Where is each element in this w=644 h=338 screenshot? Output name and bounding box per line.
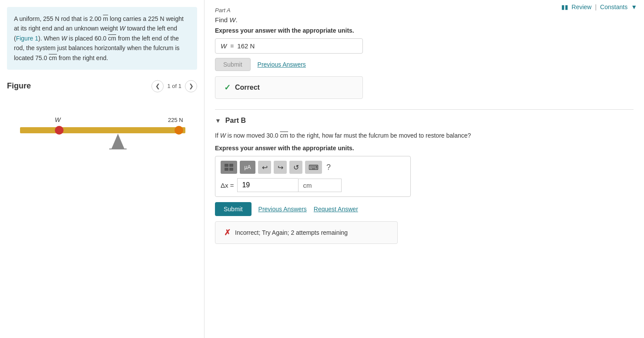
svg-rect-2: [20, 127, 185, 133]
correct-label: Correct: [235, 84, 260, 91]
submit-row-b: Submit Previous Answers Request Answer: [215, 202, 634, 216]
var-label-w: W: [221, 42, 227, 50]
correct-box: ✓ Correct: [215, 76, 363, 99]
right-panel: Part A Find W. Express your answer with …: [205, 0, 644, 338]
eq-sign-a: =: [230, 43, 234, 50]
incorrect-box: ✗ Incorrect; Try Again; 2 attempts remai…: [215, 221, 398, 244]
svg-point-3: [55, 126, 64, 135]
incorrect-x-icon: ✗: [224, 228, 231, 237]
figure-section: Figure ❮ 1 of 1 ❯ W 225 N: [7, 80, 197, 159]
collapse-arrow-b[interactable]: ▼: [215, 117, 221, 124]
figure-nav: ❮ 1 of 1 ❯: [151, 80, 197, 92]
svg-rect-10: [229, 168, 233, 171]
answer-value-a: 162 N: [237, 42, 255, 50]
prev-answers-link-b[interactable]: Previous Answers: [258, 206, 307, 213]
answer-display: W = 162 N: [215, 38, 363, 54]
unit-field: cm: [298, 179, 342, 192]
redo-btn[interactable]: ↪: [274, 161, 287, 174]
figure-link[interactable]: Figure 1: [16, 35, 38, 42]
part-b-header: ▼ Part B: [215, 117, 634, 125]
part-b-question: If W is now moved 30.0 cm to the right, …: [215, 131, 634, 140]
request-answer-link[interactable]: Request Answer: [314, 206, 358, 213]
problem-statement: A uniform, 255 N rod that is 2.00 m long…: [14, 15, 184, 61]
figure-title: Figure: [7, 81, 148, 91]
figure-counter: 1 of 1: [167, 83, 181, 89]
delta-x-input[interactable]: [237, 178, 298, 192]
next-figure-btn[interactable]: ❯: [185, 80, 197, 92]
correct-check-icon: ✓: [224, 83, 231, 92]
top-bar: ▮▮ Review | Constants ▼: [554, 0, 644, 14]
problem-text: A uniform, 255 N rod that is 2.00 m long…: [7, 7, 197, 70]
left-panel: A uniform, 255 N rod that is 2.00 m long…: [0, 0, 205, 338]
undo-btn[interactable]: ↩: [258, 161, 271, 174]
constants-link[interactable]: Constants: [600, 3, 627, 10]
submit-row-a: Submit Previous Answers: [215, 58, 634, 71]
part-a-section: Find W. Express your answer with the app…: [215, 16, 634, 99]
submit-btn-a[interactable]: Submit: [215, 58, 251, 71]
figure-diagram: W 225 N: [7, 101, 197, 159]
help-btn[interactable]: ?: [325, 163, 332, 172]
review-icon: ▮▮: [561, 3, 568, 10]
math-toolbar: μA ↩ ↪ ↺ ⌨ ?: [221, 161, 405, 174]
express-text-b: Express your answer with the appropriate…: [215, 145, 634, 152]
prev-figure-btn[interactable]: ❮: [151, 80, 164, 92]
math-input-row: Δx = cm: [221, 178, 405, 192]
incorrect-label: Incorrect; Try Again; 2 attempts remaini…: [235, 229, 348, 236]
keyboard-btn[interactable]: ⌨: [305, 161, 322, 174]
svg-marker-5: [111, 134, 124, 149]
mu-a-btn[interactable]: μA: [240, 161, 255, 174]
divider: |: [595, 3, 597, 10]
svg-rect-9: [225, 168, 228, 171]
svg-text:225 N: 225 N: [168, 117, 183, 123]
part-b-section: ▼ Part B If W is now moved 30.0 cm to th…: [215, 109, 634, 244]
svg-rect-7: [225, 164, 228, 167]
math-input-container: μA ↩ ↪ ↺ ⌨ ? Δx = cm: [215, 156, 411, 197]
review-link[interactable]: Review: [572, 3, 592, 10]
svg-text:W: W: [55, 116, 61, 123]
template-btn[interactable]: [221, 161, 237, 174]
delta-x-label: Δx =: [221, 182, 234, 189]
submit-btn-b[interactable]: Submit: [215, 202, 252, 216]
find-text: Find W.: [215, 16, 634, 24]
refresh-btn[interactable]: ↺: [289, 161, 302, 174]
svg-rect-8: [229, 164, 233, 167]
svg-point-4: [174, 126, 183, 135]
part-b-title: Part B: [225, 117, 246, 125]
prev-answers-link-a[interactable]: Previous Answers: [258, 61, 306, 68]
express-text-a: Express your answer with the appropriate…: [215, 27, 634, 34]
dropdown-arrow[interactable]: ▼: [631, 3, 637, 10]
